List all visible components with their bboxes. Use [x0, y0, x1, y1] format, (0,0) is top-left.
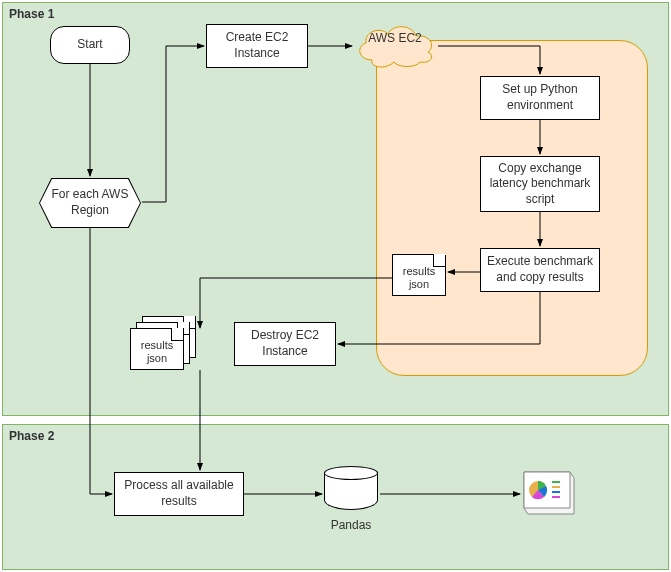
- results-stack: results json: [130, 316, 196, 370]
- exec-bench-node: Execute benchmark and copy results: [480, 248, 600, 292]
- setup-python-node: Set up Python environment: [480, 76, 600, 120]
- destroy-ec2-label: Destroy EC2 Instance: [239, 328, 331, 359]
- for-region-node: For each AWS Region: [40, 179, 140, 227]
- setup-python-label: Set up Python environment: [485, 82, 595, 113]
- aws-ec2-cloud: AWS EC2: [350, 20, 440, 70]
- start-node: Start: [50, 26, 130, 64]
- results-json-label: results json: [393, 265, 445, 291]
- svg-rect-6: [552, 496, 560, 498]
- create-ec2-node: Create EC2 Instance: [206, 24, 308, 68]
- for-region-label: For each AWS Region: [46, 187, 134, 218]
- copy-script-label: Copy exchange latency benchmark script: [485, 161, 595, 208]
- create-ec2-label: Create EC2 Instance: [211, 30, 303, 61]
- pandas-label: Pandas: [331, 518, 372, 532]
- chart-icon: [522, 470, 576, 516]
- svg-rect-3: [552, 481, 560, 483]
- phase-2-label: Phase 2: [9, 429, 54, 443]
- svg-rect-4: [552, 486, 560, 488]
- results-stack-label: results json: [131, 339, 183, 365]
- aws-ec2-label: AWS EC2: [350, 32, 440, 46]
- phase-1-label: Phase 1: [9, 7, 54, 21]
- results-json-note: results json: [392, 254, 446, 296]
- start-label: Start: [77, 37, 102, 53]
- destroy-ec2-node: Destroy EC2 Instance: [234, 322, 336, 366]
- svg-rect-5: [552, 491, 560, 493]
- database-icon: [324, 466, 378, 516]
- process-results-node: Process all available results: [114, 472, 244, 516]
- pandas-db: Pandas: [324, 466, 378, 532]
- exec-bench-label: Execute benchmark and copy results: [485, 254, 595, 285]
- diagram-canvas: Phase 1 Phase 2 Start For each AWS Regio…: [0, 0, 671, 572]
- copy-script-node: Copy exchange latency benchmark script: [480, 156, 600, 212]
- process-results-label: Process all available results: [119, 478, 239, 509]
